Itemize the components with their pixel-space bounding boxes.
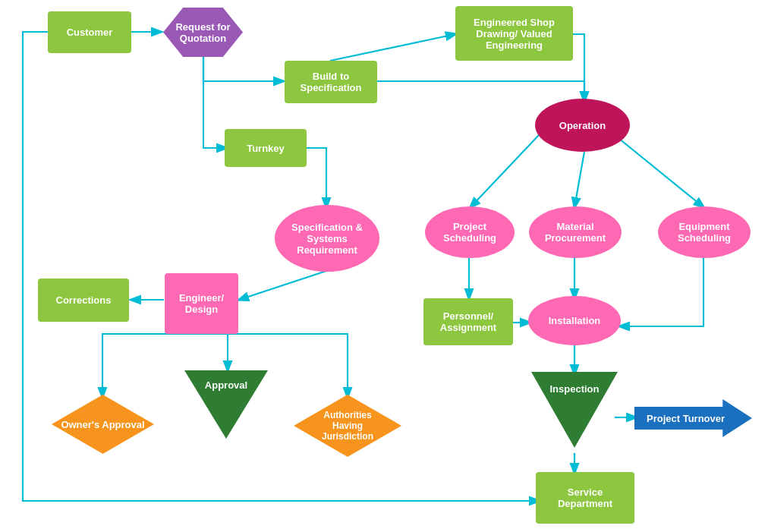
personnel-node: Personnel/Assignment [423, 298, 513, 345]
installation-node: Installation [528, 296, 621, 345]
customer-node: Customer [48, 11, 131, 53]
build-to-spec-node: Build toSpecification [285, 61, 377, 103]
arrows-svg [0, 0, 768, 532]
turnkey-node: Turnkey [225, 129, 307, 167]
svg-line-2 [239, 271, 326, 300]
spec-sys-req-node: Specification &SystemsRequirement [275, 205, 379, 272]
project-turnover-node: Project Turnover [634, 399, 752, 437]
engineer-design-node: Engineer/Design [165, 273, 238, 334]
owners-approval-node: Owner's Approval [52, 395, 154, 454]
corrections-node: Corrections [38, 279, 129, 322]
inspection-node: Inspection [531, 372, 618, 448]
svg-line-4 [471, 135, 539, 207]
rfq-node: Request forQuotation [163, 8, 243, 57]
svg-line-6 [615, 135, 703, 207]
engineered-node: Engineered ShopDrawing/ ValuedEngineerin… [455, 6, 573, 61]
material-procurement-node: MaterialProcurement [529, 206, 622, 258]
svg-line-1 [330, 34, 455, 61]
operation-node: Operation [535, 99, 630, 152]
equipment-scheduling-node: EquipmentScheduling [658, 206, 751, 258]
project-scheduling-node: ProjectScheduling [425, 206, 515, 258]
service-dept-node: ServiceDepartment [536, 472, 634, 524]
svg-line-5 [574, 152, 584, 207]
flowchart-diagram: Customer Request forQuotation Engineered… [0, 0, 768, 532]
authorities-node: AuthoritiesHavingJurisdiction [294, 395, 401, 457]
